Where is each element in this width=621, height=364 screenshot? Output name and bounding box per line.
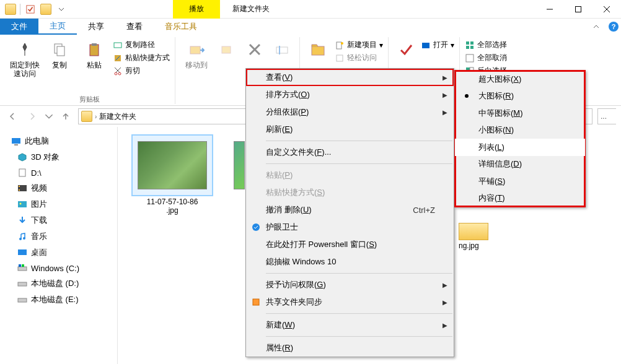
- tree-d-drive-short[interactable]: D:\: [0, 165, 117, 180]
- ctx-customize[interactable]: 自定义文件夹(F)...: [246, 144, 454, 161]
- drive-icon: [17, 295, 27, 305]
- svg-rect-42: [22, 264, 24, 267]
- tree-pictures[interactable]: 图片: [0, 196, 117, 212]
- paste-button[interactable]: 粘贴: [78, 37, 110, 69]
- svg-rect-34: [19, 189, 20, 191]
- tab-view[interactable]: 查看: [115, 19, 154, 35]
- search-box-truncated[interactable]: ...: [597, 108, 616, 124]
- minimize-button[interactable]: [535, 0, 564, 19]
- svg-rect-39: [18, 249, 27, 255]
- chevron-right-icon: ▶: [443, 322, 447, 329]
- back-button[interactable]: [5, 109, 20, 124]
- properties-qat-button[interactable]: [24, 3, 37, 15]
- file-item-behind[interactable]: ng.jpg: [459, 223, 493, 244]
- ctx-eye-guard[interactable]: 护眼卫士: [246, 219, 454, 236]
- tree-videos[interactable]: 视频: [0, 180, 117, 196]
- svg-rect-14: [222, 46, 231, 53]
- ribbon-collapse-button[interactable]: [586, 19, 606, 35]
- qat-dropdown-button[interactable]: [55, 3, 68, 15]
- ctx-properties[interactable]: 属性(R): [246, 339, 454, 357]
- move-to-button[interactable]: 移动到: [180, 37, 213, 69]
- tree-local-e[interactable]: 本地磁盘 (E:): [0, 292, 117, 308]
- tree-downloads[interactable]: 下载: [0, 212, 117, 228]
- forward-button[interactable]: [25, 109, 40, 124]
- svg-rect-18: [337, 42, 341, 49]
- submenu-small-icons[interactable]: 小图标(N): [455, 122, 585, 139]
- svg-rect-21: [422, 43, 429, 48]
- submenu-extra-large-icons[interactable]: 超大图标(X): [455, 71, 585, 88]
- delete-button[interactable]: [242, 37, 267, 58]
- tab-file[interactable]: 文件: [0, 19, 38, 35]
- up-button[interactable]: [58, 109, 73, 124]
- submenu-medium-icons[interactable]: 中等图标(M): [455, 105, 585, 122]
- ctx-group[interactable]: 分组依据(P)▶: [246, 103, 454, 121]
- context-tab-play[interactable]: 播放: [173, 0, 220, 19]
- shield-icon: [251, 222, 261, 232]
- cut-button[interactable]: 剪切: [113, 66, 170, 76]
- picture-icon: [17, 199, 27, 209]
- tab-home[interactable]: 主页: [38, 19, 77, 35]
- separator: [266, 141, 452, 141]
- pin-to-quick-access-button[interactable]: 固定到快 速访问: [9, 37, 41, 78]
- tree-local-d[interactable]: 本地磁盘 (D:): [0, 275, 117, 292]
- ribbon-group-clipboard: 固定到快 速访问 复制 粘贴 复制路径 粘贴快捷方式 剪切 剪贴板: [4, 37, 175, 104]
- submenu-content[interactable]: 内容(T): [455, 190, 585, 207]
- tree-3d-objects[interactable]: 3D 对象: [0, 149, 117, 165]
- ctx-refresh[interactable]: 刷新(E): [246, 121, 454, 138]
- submenu-tiles[interactable]: 平铺(S): [455, 173, 585, 190]
- tree-desktop[interactable]: 桌面: [0, 245, 117, 261]
- new-item-button[interactable]: 新建项目 ▾: [335, 40, 383, 50]
- select-all-button[interactable]: 全部选择: [465, 40, 507, 50]
- ctx-win10[interactable]: 鎴抽椒 Windows 10: [246, 253, 454, 271]
- maximize-button[interactable]: [564, 0, 592, 19]
- recent-dropdown-button[interactable]: [45, 109, 53, 124]
- new-folder-qat-button[interactable]: [40, 4, 51, 15]
- chevron-right-icon[interactable]: ›: [95, 113, 97, 120]
- svg-rect-31: [19, 169, 25, 176]
- submenu-list[interactable]: 列表(L): [455, 139, 585, 156]
- checkmark-icon: [397, 41, 415, 58]
- select-all-icon: [465, 40, 475, 50]
- chevron-right-icon: ▶: [443, 299, 447, 306]
- separator: [266, 273, 452, 274]
- ctx-undo[interactable]: 撤消 删除(U)Ctrl+Z: [246, 201, 454, 219]
- ctx-sort[interactable]: 排序方式(O)▶: [246, 86, 454, 103]
- tab-share[interactable]: 共享: [77, 19, 115, 35]
- new-folder-button[interactable]: [305, 37, 332, 58]
- rename-button[interactable]: [270, 37, 294, 58]
- svg-rect-40: [18, 267, 27, 271]
- paste-shortcut-button[interactable]: 粘贴快捷方式: [113, 53, 170, 63]
- easy-access-button[interactable]: 轻松访问: [335, 53, 383, 63]
- tree-this-pc[interactable]: 此电脑: [0, 133, 117, 149]
- submenu-large-icons[interactable]: 大图标(R): [455, 88, 585, 105]
- file-item-partial[interactable]: [233, 136, 245, 195]
- open-icon: [421, 40, 431, 50]
- submenu-details[interactable]: 详细信息(D): [455, 156, 585, 173]
- desktop-icon: [17, 248, 27, 258]
- ctx-view[interactable]: 查看(V)▶: [246, 69, 454, 86]
- tab-music-tools[interactable]: 音乐工具: [154, 19, 208, 35]
- copy-to-button[interactable]: [215, 37, 240, 58]
- new-item-icon: [335, 40, 345, 50]
- tree-windows-c[interactable]: Windows (C:): [0, 261, 117, 275]
- help-button[interactable]: ?: [606, 19, 621, 35]
- select-none-button[interactable]: 全部取消: [465, 53, 507, 63]
- breadcrumb-current[interactable]: 新建文件夹: [99, 111, 136, 122]
- qat-separator: [20, 4, 20, 15]
- close-button[interactable]: [592, 0, 621, 19]
- ctx-new[interactable]: 新建(W)▶: [246, 316, 454, 334]
- properties-button[interactable]: [394, 37, 418, 58]
- copy-path-button[interactable]: 复制路径: [113, 40, 170, 50]
- sync-icon: [251, 297, 261, 307]
- ctx-share-sync[interactable]: 共享文件夹同步▶: [246, 293, 454, 311]
- ctx-powershell[interactable]: 在此处打开 Powershell 窗口(S): [246, 236, 454, 253]
- svg-rect-33: [19, 186, 20, 187]
- quick-access-toolbar: [0, 3, 68, 15]
- tree-music[interactable]: 音乐: [0, 228, 117, 245]
- ribbon-tabs: 文件 主页 共享 查看 音乐工具 ?: [0, 19, 621, 35]
- open-button[interactable]: 打开 ▾: [421, 40, 454, 50]
- ctx-grant-access[interactable]: 授予访问权限(G)▶: [246, 276, 454, 293]
- shortcut-label: Ctrl+Z: [413, 206, 435, 215]
- chevron-right-icon: ▶: [443, 92, 447, 98]
- copy-button[interactable]: 复制: [43, 37, 76, 69]
